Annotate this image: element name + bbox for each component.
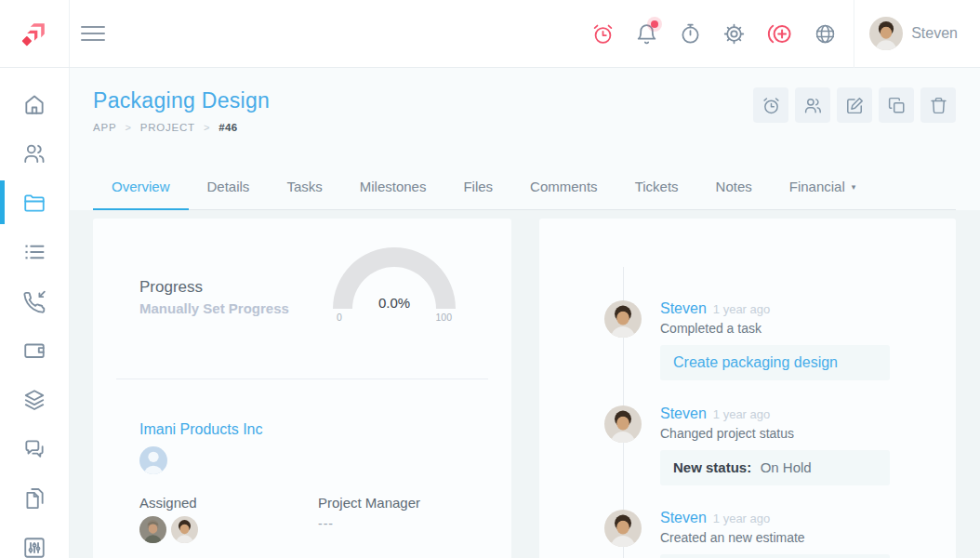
timeline-avatar [604, 300, 642, 338]
timeline-avatar [604, 405, 642, 443]
timeline-action: Changed project status [660, 426, 937, 441]
sidebar-item-payments[interactable] [0, 326, 69, 375]
gauge-max-label: 100 [435, 312, 452, 323]
tab-tasks[interactable]: Tasks [268, 179, 340, 209]
page-header: Packaging Design APP > PROJECT > #46 [70, 68, 980, 210]
tab-details[interactable]: Details [189, 179, 269, 209]
task-link[interactable]: Create packaging design [673, 354, 838, 370]
trash-icon [929, 96, 948, 115]
timeline-entry: Steven 1 year ago Created an new estimat… [604, 510, 937, 558]
timer-stopwatch-icon[interactable] [678, 21, 702, 46]
quick-add-plus-circle-icon[interactable] [765, 21, 793, 46]
tab-overview[interactable]: Overview [93, 179, 189, 209]
top-navbar: Steven [0, 0, 980, 68]
sliders-icon [22, 536, 46, 558]
sidebar-item-messages[interactable] [0, 424, 69, 473]
sidebar-nav [0, 68, 70, 558]
timeline-user-link[interactable]: Steven [660, 405, 707, 422]
page-title: Packaging Design [93, 88, 270, 113]
clone-project-button[interactable] [879, 87, 914, 123]
timeline-action: Created an new estimate [660, 530, 937, 545]
project-tabs: Overview Details Tasks Milestones Files … [93, 179, 956, 210]
layers-icon [22, 388, 46, 412]
assigned-member-avatar[interactable] [171, 516, 198, 543]
users-icon [803, 96, 823, 115]
sidebar-item-items[interactable] [0, 375, 69, 424]
sidebar-item-dashboard[interactable] [0, 79, 69, 128]
sidebar-item-documents[interactable] [0, 473, 69, 523]
progress-title: Progress [139, 278, 203, 297]
sidebar-item-calls[interactable] [0, 276, 69, 326]
timeline-entry: Steven 1 year ago Changed project status… [604, 405, 937, 485]
timeline-user-link[interactable]: Steven [660, 300, 707, 317]
activity-timeline-card: Steven 1 year ago Completed a task Creat… [539, 219, 956, 558]
notifications-bell-icon[interactable] [634, 21, 658, 46]
user-avatar[interactable] [869, 17, 903, 50]
app-logo[interactable] [0, 0, 70, 67]
progress-gauge: 0.0% 0 100 [331, 246, 457, 309]
chevron-down-icon: ▾ [852, 182, 856, 192]
project-timer-button[interactable] [753, 87, 788, 123]
timeline-detail-box: New status: On Hold [660, 450, 890, 485]
menu-toggle-button[interactable] [81, 26, 105, 41]
divider [116, 379, 488, 379]
edit-project-button[interactable] [837, 87, 872, 123]
tab-files[interactable]: Files [444, 179, 511, 209]
users-icon [22, 141, 46, 166]
assigned-member-avatar[interactable] [139, 516, 166, 543]
status-value: On Hold [761, 459, 812, 475]
copy-icon [887, 96, 907, 115]
assigned-members [139, 516, 198, 543]
timeline-time: 1 year ago [713, 512, 770, 525]
brand-logo-icon [19, 18, 50, 49]
documents-icon [22, 486, 46, 511]
edit-pencil-icon [845, 96, 865, 115]
client-avatar [139, 446, 167, 474]
alarm-clock-icon [761, 96, 781, 115]
main-area: Packaging Design APP > PROJECT > #46 [70, 68, 980, 558]
timeline-action: Completed a task [660, 321, 937, 336]
breadcrumb-separator: > [204, 122, 210, 133]
sidebar-item-utilities[interactable] [0, 523, 69, 558]
project-manager-label: Project Manager [318, 495, 420, 511]
wallet-icon [22, 339, 46, 363]
tab-notes[interactable]: Notes [697, 179, 771, 209]
chat-bubbles-icon [22, 437, 46, 461]
breadcrumb-app[interactable]: APP [93, 122, 116, 133]
project-manager-value: --- [318, 516, 334, 531]
timeline-avatar [604, 510, 642, 547]
phone-incoming-icon [22, 289, 46, 313]
client-link[interactable]: Imani Products Inc [139, 421, 263, 438]
progress-subtitle: Manually Set Progress [139, 300, 289, 316]
folder-icon [22, 191, 46, 215]
breadcrumb-section[interactable]: PROJECT [140, 122, 195, 133]
tab-comments[interactable]: Comments [511, 179, 616, 209]
sidebar-item-clients[interactable] [0, 128, 69, 178]
timeline-entry: Steven 1 year ago Completed a task Creat… [604, 300, 937, 380]
assigned-label: Assigned [139, 495, 197, 511]
timeline-time: 1 year ago [713, 407, 770, 421]
tab-tickets[interactable]: Tickets [616, 179, 697, 209]
timeline-detail-box: Create packaging design [660, 345, 890, 380]
timeline-time: 1 year ago [713, 302, 770, 316]
tab-milestones[interactable]: Milestones [341, 179, 445, 209]
breadcrumb-project-id: #46 [219, 122, 237, 133]
sidebar-item-projects[interactable] [0, 178, 69, 227]
breadcrumb-separator: > [125, 122, 131, 133]
user-name: Steven [911, 25, 958, 42]
sidebar-item-tasks[interactable] [0, 227, 69, 276]
gauge-min-label: 0 [337, 312, 342, 323]
settings-gear-icon[interactable] [722, 21, 746, 46]
status-label: New status: [673, 459, 751, 475]
home-icon [22, 92, 46, 116]
reminders-alarm-icon[interactable] [590, 21, 615, 46]
overview-content: Progress Manually Set Progress 0.0% 0 10… [70, 210, 980, 558]
user-menu[interactable]: Steven [854, 0, 961, 68]
delete-project-button[interactable] [920, 87, 956, 123]
assign-members-button[interactable] [795, 87, 830, 123]
gauge-value: 0.0% [331, 295, 457, 311]
breadcrumb: APP > PROJECT > #46 [93, 122, 238, 133]
language-globe-icon[interactable] [813, 21, 837, 46]
timeline-user-link[interactable]: Steven [660, 510, 707, 526]
tab-financial[interactable]: Financial ▾ [771, 179, 875, 209]
